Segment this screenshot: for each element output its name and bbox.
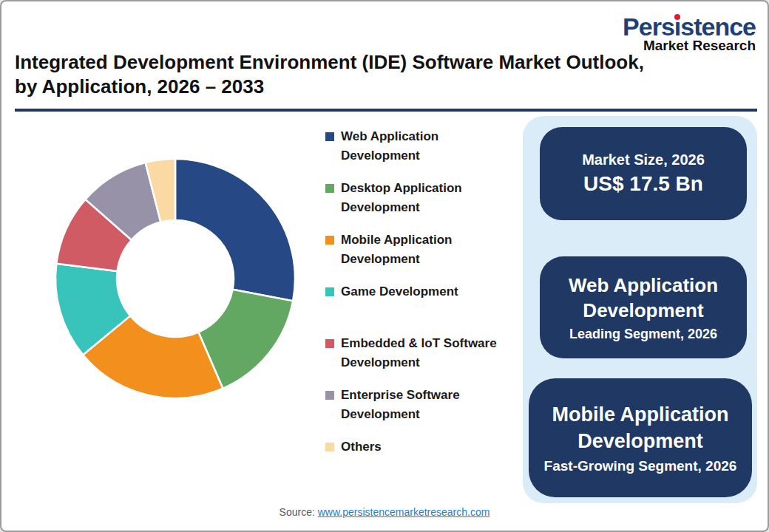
- legend-label: Web ApplicationDevelopment: [341, 127, 438, 166]
- leading-segment-card: Web Application Development Leading Segm…: [540, 256, 747, 358]
- legend-item: Game Development: [325, 282, 497, 334]
- market-size-title: Market Size, 2026: [540, 151, 747, 168]
- legend-swatch: [325, 132, 334, 141]
- legend-label: Enterprise SoftwareDevelopment: [341, 386, 460, 424]
- legend-swatch: [325, 236, 334, 245]
- page-title-line2: by Application, 2026 – 2033: [15, 75, 757, 99]
- legend-swatch: [325, 184, 334, 193]
- market-size-value: US$ 17.5 Bn: [540, 172, 747, 196]
- wordmark-post: stence: [680, 13, 756, 41]
- legend-item: Web ApplicationDevelopment: [325, 127, 497, 179]
- legend-swatch: [325, 391, 334, 400]
- leading-segment-subtitle: Leading Segment, 2026: [540, 327, 747, 342]
- source-link[interactable]: www.persistencemarketresearch.com: [318, 506, 490, 518]
- leading-segment-heading: Web Application Development: [540, 273, 747, 323]
- donut-chart: [52, 155, 299, 402]
- legend-item: Embedded & IoT SoftwareDevelopment: [325, 334, 497, 386]
- legend-label: Others: [341, 437, 382, 457]
- source-line: Source: www.persistencemarketresearch.co…: [1, 506, 768, 518]
- legend-swatch: [325, 287, 334, 296]
- fast-growing-segment-heading: Mobile Application Development: [529, 401, 752, 454]
- wordmark-i: ı: [674, 13, 680, 40]
- legend-swatch: [325, 443, 334, 451]
- chart-legend: Web ApplicationDevelopmentDesktop Applic…: [325, 127, 497, 489]
- market-size-card: Market Size, 2026 US$ 17.5 Bn: [540, 127, 747, 220]
- brand-wordmark: Persıstence: [623, 13, 756, 40]
- page-title: Integrated Development Environment (IDE)…: [15, 50, 757, 99]
- fast-growing-segment-card: Mobile Application Development Fast-Grow…: [529, 378, 752, 497]
- legend-label: Mobile ApplicationDevelopment: [341, 231, 452, 269]
- source-label: Source:: [280, 506, 315, 518]
- legend-item: Enterprise SoftwareDevelopment: [325, 386, 497, 437]
- wordmark-pre: Pers: [623, 13, 674, 41]
- infographic-frame: Persıstence Market Research Integrated D…: [0, 0, 769, 532]
- legend-label: Desktop ApplicationDevelopment: [341, 179, 462, 217]
- logo-red-dot-icon: [674, 14, 680, 20]
- brand-logo: Persıstence Market Research: [623, 13, 756, 54]
- legend-swatch: [325, 339, 334, 348]
- legend-item: Mobile ApplicationDevelopment: [325, 231, 497, 282]
- legend-label: Embedded & IoT SoftwareDevelopment: [341, 334, 497, 372]
- legend-item: Others: [325, 437, 497, 489]
- page-title-line1: Integrated Development Environment (IDE)…: [15, 50, 757, 75]
- title-divider: [15, 109, 757, 112]
- fast-growing-segment-subtitle: Fast-Growing Segment, 2026: [529, 458, 752, 474]
- legend-label: Game Development: [341, 282, 458, 301]
- donut-slice: [175, 159, 295, 301]
- legend-item: Desktop ApplicationDevelopment: [325, 179, 497, 231]
- highlight-panel: Market Size, 2026 US$ 17.5 Bn Web Applic…: [523, 116, 757, 503]
